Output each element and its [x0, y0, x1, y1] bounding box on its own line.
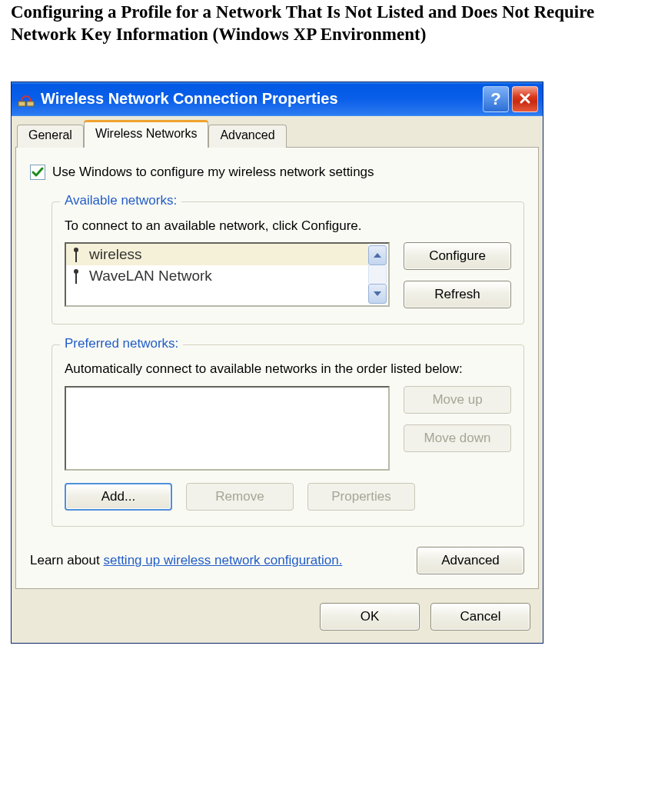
move-down-button: Move down [404, 424, 511, 452]
add-button[interactable]: Add... [65, 483, 172, 511]
properties-dialog: Wireless Network Connection Properties ?… [11, 82, 543, 644]
network-name: WaveLAN Network [89, 268, 212, 285]
help-icon: ? [490, 89, 500, 109]
check-icon [32, 166, 44, 178]
tab-general[interactable]: General [17, 125, 84, 148]
window-title: Wireless Network Connection Properties [41, 90, 338, 108]
titlebar[interactable]: Wireless Network Connection Properties ? [12, 82, 543, 116]
dialog-footer: OK Cancel [12, 589, 543, 643]
network-name: wireless [89, 246, 142, 263]
scroll-track[interactable] [368, 265, 387, 284]
wireless-connection-icon [18, 91, 35, 108]
properties-button: Properties [307, 483, 415, 511]
tab-panel-wireless: Use Windows to configure my wireless net… [15, 148, 539, 590]
scrollbar[interactable] [368, 245, 387, 304]
configure-button[interactable]: Configure [404, 242, 511, 270]
learn-link[interactable]: setting up wireless network configuratio… [103, 553, 342, 567]
tab-wireless-networks[interactable]: Wireless Networks [84, 120, 208, 148]
use-windows-label: Use Windows to configure my wireless net… [52, 165, 374, 180]
learn-about-text: Learn about setting up wireless network … [30, 552, 407, 569]
close-icon [519, 89, 531, 109]
antenna-icon [71, 247, 81, 262]
learn-prefix: Learn about [30, 553, 103, 567]
move-up-button: Move up [404, 386, 511, 414]
remove-button: Remove [186, 483, 294, 511]
preferred-networks-listbox[interactable] [65, 386, 390, 471]
available-networks-group: Available networks: To connect to an ava… [52, 201, 524, 325]
antenna-icon [71, 268, 81, 284]
scroll-up-button[interactable] [368, 245, 387, 265]
svg-rect-0 [18, 102, 25, 106]
ok-button[interactable]: OK [320, 603, 420, 631]
preferred-networks-group: Preferred networks: Automatically connec… [52, 344, 524, 527]
cancel-button[interactable]: Cancel [430, 603, 530, 631]
page-heading: Configuring a Profile for a Network That… [0, 0, 658, 51]
list-item[interactable]: WaveLAN Network [66, 265, 368, 287]
tab-advanced[interactable]: Advanced [208, 125, 286, 148]
list-item[interactable]: wireless [66, 244, 368, 265]
close-button[interactable] [512, 86, 538, 112]
advanced-button[interactable]: Advanced [417, 547, 524, 574]
tabstrip: General Wireless Networks Advanced [15, 120, 539, 148]
preferred-networks-legend: Preferred networks: [60, 336, 183, 351]
chevron-up-icon [374, 253, 381, 258]
preferred-networks-desc: Automatically connect to available netwo… [65, 361, 511, 378]
scroll-down-button[interactable] [368, 284, 387, 304]
available-networks-legend: Available networks: [60, 193, 181, 208]
use-windows-checkbox[interactable] [30, 165, 45, 180]
chevron-down-icon [374, 291, 381, 296]
help-button[interactable]: ? [483, 86, 509, 112]
svg-rect-1 [27, 102, 34, 106]
available-networks-desc: To connect to an available network, clic… [65, 218, 511, 235]
refresh-button[interactable]: Refresh [404, 281, 511, 308]
available-networks-listbox[interactable]: wireless WaveLAN Network [65, 242, 390, 307]
